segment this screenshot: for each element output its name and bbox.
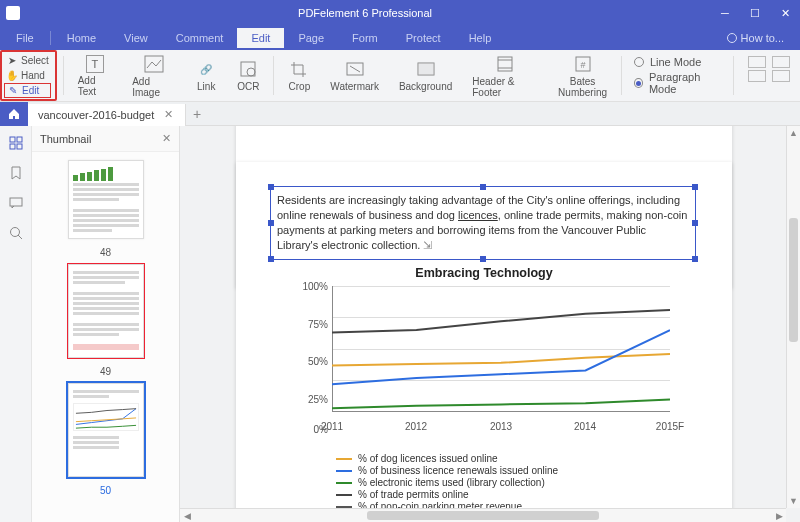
bates-icon: # [572,54,594,74]
close-thumbnail-panel[interactable]: ✕ [162,132,171,145]
maximize-button[interactable]: ☐ [740,0,770,26]
header-footer-button[interactable]: Header & Footer [462,50,548,101]
chart-title: Embracing Technology [236,266,732,280]
app-icon [6,6,20,20]
document-tab-label: vancouver-2016-budget [38,109,154,121]
handle-bm[interactable] [480,256,486,262]
selected-text-box[interactable]: Residents are increasingly taking advant… [270,186,696,260]
background-icon [415,59,437,79]
vertical-scrollbar[interactable]: ▲▼ [786,126,800,508]
svg-rect-14 [10,144,15,149]
crop-button[interactable]: Crop [278,50,320,101]
menu-file[interactable]: File [2,28,48,48]
handle-tr[interactable] [692,184,698,190]
bates-button[interactable]: #Bates Numbering [548,50,617,101]
handle-bl[interactable] [268,256,274,262]
selection-mode-group: ➤Select ✋Hand ✎Edit [0,50,57,101]
svg-rect-15 [17,144,22,149]
menu-help[interactable]: Help [455,28,506,48]
comment-rail-button[interactable] [7,194,25,212]
x-tick-2: 2013 [490,421,512,432]
legend-0: % of dog licences issued online [358,453,498,464]
link-button[interactable]: 🔗Link [185,50,227,101]
svg-rect-16 [10,198,22,206]
handle-ml[interactable] [268,220,274,226]
menu-edit[interactable]: Edit [237,28,284,48]
align-group [738,50,800,101]
align-btn-3[interactable] [748,70,766,82]
menu-page[interactable]: Page [284,28,338,48]
menu-protect[interactable]: Protect [392,28,455,48]
menu-comment[interactable]: Comment [162,28,238,48]
app-title: PDFelement 6 Professional [20,7,710,19]
align-btn-1[interactable] [748,56,766,68]
edit-icon: ✎ [7,85,19,97]
cursor-icon: ➤ [6,55,18,67]
thumbnail-rail-button[interactable] [7,134,25,152]
svg-rect-13 [17,137,22,142]
svg-rect-12 [10,137,15,142]
mode-select[interactable]: ➤Select [4,53,51,68]
svg-text:#: # [580,60,585,70]
align-btn-4[interactable] [772,70,790,82]
menu-view[interactable]: View [110,28,162,48]
mode-edit[interactable]: ✎Edit [4,83,51,98]
close-button[interactable]: ✕ [770,0,800,26]
search-rail-button[interactable] [7,224,25,242]
menu-home[interactable]: Home [53,28,110,48]
bookmark-rail-button[interactable] [7,164,25,182]
ribbon: ➤Select ✋Hand ✎Edit TAdd Text Add Image … [0,50,800,102]
title-bar: PDFelement 6 Professional ─ ☐ ✕ [0,0,800,26]
document-canvas[interactable]: VANCOUVER 49 Residents are increasingly … [180,126,800,522]
close-tab-icon[interactable]: ✕ [162,108,175,121]
watermark-icon [344,59,366,79]
hand-icon: ✋ [6,70,18,82]
handle-tm[interactable] [480,184,486,190]
background-button[interactable]: Background [389,50,462,101]
text-icon: T [86,55,104,73]
thumbnail-panel: Thumbnail ✕ 48 49 [32,126,180,522]
new-tab-button[interactable]: + [186,106,208,122]
chart-lines [332,286,670,412]
thumb-label-50: 50 [100,485,111,496]
add-image-button[interactable]: Add Image [122,50,185,101]
horizontal-scrollbar[interactable]: ◀▶ [180,508,786,522]
menu-bar: File Home View Comment Edit Page Form Pr… [0,26,800,50]
handle-br[interactable] [692,256,698,262]
ocr-button[interactable]: OCR [227,50,269,101]
image-icon [143,54,165,74]
bulb-icon [727,33,737,43]
thumb-page-48[interactable] [68,160,144,239]
chart-legend: % of dog licences issued online % of bus… [336,452,558,513]
x-tick-0: 2011 [321,421,343,432]
crop-icon [288,59,310,79]
link-icon: 🔗 [195,59,217,79]
left-rail [0,126,32,522]
mode-hand[interactable]: ✋Hand [4,68,51,83]
y-tick-100: 100% [302,281,328,292]
legend-2: % electronic items used (library collect… [358,477,545,488]
minimize-button[interactable]: ─ [710,0,740,26]
watermark-button[interactable]: Watermark [320,50,389,101]
handle-tl[interactable] [268,184,274,190]
thumb-page-49[interactable] [68,264,144,358]
y-tick-25: 25% [308,393,328,404]
document-tab[interactable]: vancouver-2016-budget ✕ [28,104,186,126]
add-text-button[interactable]: TAdd Text [68,50,122,101]
y-tick-50: 50% [308,356,328,367]
menu-form[interactable]: Form [338,28,392,48]
x-tick-4: 2015F [656,421,684,432]
paragraph-mode-radio[interactable]: Paragraph Mode [634,71,721,95]
thumb-page-50[interactable] [68,383,144,477]
how-to[interactable]: How to... [727,32,800,44]
thumbnail-panel-title: Thumbnail [40,133,91,145]
align-btn-2[interactable] [772,56,790,68]
line-mode-radio[interactable]: Line Mode [634,56,721,68]
home-tab-icon[interactable] [0,102,28,126]
svg-line-4 [350,66,360,72]
ocr-icon [237,59,259,79]
handle-mr[interactable] [692,220,698,226]
x-tick-1: 2012 [405,421,427,432]
pdf-page-main: Residents are increasingly taking advant… [236,162,732,522]
y-tick-75: 75% [308,318,328,329]
